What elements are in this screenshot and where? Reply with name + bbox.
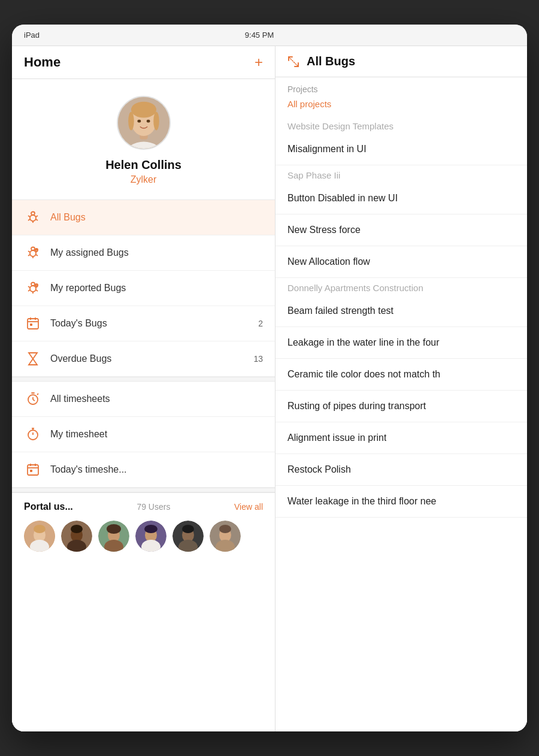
nav-label-todays-timesheet: Today's timeshe...: [50, 464, 263, 475]
svg-point-74: [219, 525, 231, 533]
nav-item-all-timesheets[interactable]: All timesheets: [12, 382, 275, 417]
svg-rect-46: [28, 465, 38, 475]
nav-item-my-timesheet[interactable]: My timesheet: [12, 417, 275, 452]
ipad-frame: iPad 9:45 PM Home +: [12, 25, 527, 731]
nav-section: All Bugs +: [12, 200, 275, 731]
svg-point-62: [107, 524, 121, 534]
nav-label-todays-bugs: Today's Bugs: [50, 318, 258, 329]
bug-title: Leakage in the water line in the four: [287, 337, 440, 348]
bug-item[interactable]: New Stress force: [275, 214, 527, 246]
svg-line-12: [28, 219, 30, 220]
profile-section: Helen Collins Zylker: [12, 79, 275, 200]
bug-title: Misalignment in UI: [287, 144, 367, 155]
svg-point-7: [137, 120, 141, 123]
svg-point-6: [153, 112, 159, 131]
bug-item[interactable]: Button Disabled in new UI: [275, 183, 527, 214]
svg-point-4: [131, 102, 156, 118]
bug-title: New Allocation flow: [287, 256, 370, 267]
svg-line-79: [289, 57, 298, 66]
svg-line-27: [36, 290, 38, 291]
svg-line-13: [36, 219, 38, 220]
svg-line-10: [28, 216, 30, 217]
portal-title: Portal us...: [24, 501, 73, 512]
avatar: [117, 96, 171, 150]
nav-item-overdue-bugs[interactable]: Overdue Bugs 13: [12, 341, 275, 377]
bug-title: Ceramic tile color does not match th: [287, 369, 440, 380]
nav-label-my-timesheet: My timesheet: [50, 429, 263, 440]
svg-line-41: [37, 394, 38, 395]
expand-icon[interactable]: [287, 56, 299, 68]
svg-point-58: [71, 525, 83, 533]
bug-title: Button Disabled in new UI: [287, 193, 398, 204]
nav-item-todays-bugs[interactable]: Today's Bugs 2: [12, 306, 275, 341]
portal-section: Portal us... 79 Users View all: [12, 492, 275, 564]
svg-line-19: [36, 255, 38, 256]
nav-item-todays-timesheet[interactable]: Today's timeshe...: [12, 452, 275, 488]
portal-row: Portal us... 79 Users View all: [24, 501, 263, 512]
right-content: Projects All projects Website Design Tem…: [275, 77, 527, 731]
right-header: All Bugs: [275, 46, 527, 77]
calendar-timesheet-icon: [24, 461, 42, 479]
section-divider-1: [12, 377, 275, 382]
svg-line-16: [28, 251, 30, 252]
overdue-bugs-badge: 13: [253, 354, 263, 364]
add-button[interactable]: +: [255, 55, 263, 69]
portal-avatar-3: [98, 521, 129, 552]
svg-line-18: [28, 255, 30, 256]
portal-avatars: [24, 521, 263, 558]
timer-icon: [24, 390, 42, 408]
bug-item[interactable]: New Allocation flow: [275, 246, 527, 278]
bug-reported-icon: !: [24, 279, 42, 297]
bug-item[interactable]: Beam failed strength test: [275, 295, 527, 327]
nav-item-all-bugs[interactable]: All Bugs: [12, 200, 275, 235]
bug-title: Water leakage in the third floor nee: [287, 496, 436, 507]
portal-users-count: 79 Users: [73, 502, 234, 512]
avatar-image: [118, 97, 169, 149]
all-projects-link[interactable]: All projects: [275, 98, 527, 116]
portal-avatar-4: [135, 521, 166, 552]
bug-title: Alignment issue in print: [287, 433, 386, 443]
svg-line-26: [28, 290, 30, 291]
view-all-button[interactable]: View all: [234, 502, 263, 512]
status-time: 9:45 PM: [245, 31, 274, 40]
section-divider-2: [12, 488, 275, 492]
portal-avatar-5: [172, 521, 204, 552]
nav-label-all-bugs: All Bugs: [50, 212, 263, 223]
svg-line-24: [28, 286, 30, 288]
status-ipad-label: iPad: [24, 31, 40, 40]
bug-item[interactable]: Rusting of pipes during transport: [275, 391, 527, 422]
group-header-sap: Sap Phase Iii: [275, 165, 527, 183]
portal-avatar-2: [61, 521, 92, 552]
bug-item[interactable]: Leakage in the water line in the four: [275, 327, 527, 359]
nav-item-my-reported-bugs[interactable]: ! My reported Bugs: [12, 271, 275, 306]
bug-assigned-icon: +: [24, 244, 42, 262]
bug-item[interactable]: Water leakage in the third floor nee: [275, 486, 527, 518]
nav-item-my-assigned-bugs[interactable]: + My assigned Bugs: [12, 235, 275, 271]
svg-text:!: !: [36, 284, 37, 287]
svg-rect-31: [28, 319, 38, 329]
bug-title: Restock Polish: [287, 464, 351, 475]
nav-label-my-assigned: My assigned Bugs: [50, 247, 263, 258]
bug-item[interactable]: Restock Polish: [275, 454, 527, 486]
svg-rect-35: [30, 323, 32, 326]
svg-rect-50: [30, 470, 32, 472]
stopwatch-icon: [24, 425, 42, 443]
left-panel: Home +: [12, 46, 275, 731]
portal-avatar-1: [24, 521, 55, 552]
bug-item[interactable]: Ceramic tile color does not match th: [275, 359, 527, 391]
svg-point-66: [144, 525, 158, 533]
portal-avatar-6: [210, 521, 241, 552]
projects-label: Projects: [275, 77, 527, 98]
user-company: Zylker: [131, 174, 157, 185]
group-header-donnelly: Donnelly Apartments Construction: [275, 278, 527, 295]
nav-label-my-reported: My reported Bugs: [50, 283, 263, 294]
svg-point-70: [182, 525, 194, 533]
user-name: Helen Collins: [105, 158, 181, 172]
svg-point-9: [30, 215, 36, 221]
home-title: Home: [24, 55, 60, 70]
svg-point-8: [146, 120, 150, 123]
bug-item[interactable]: Misalignment in UI: [275, 134, 527, 165]
svg-point-5: [128, 112, 134, 131]
bug-item[interactable]: Alignment issue in print: [275, 422, 527, 454]
svg-line-11: [36, 216, 38, 217]
